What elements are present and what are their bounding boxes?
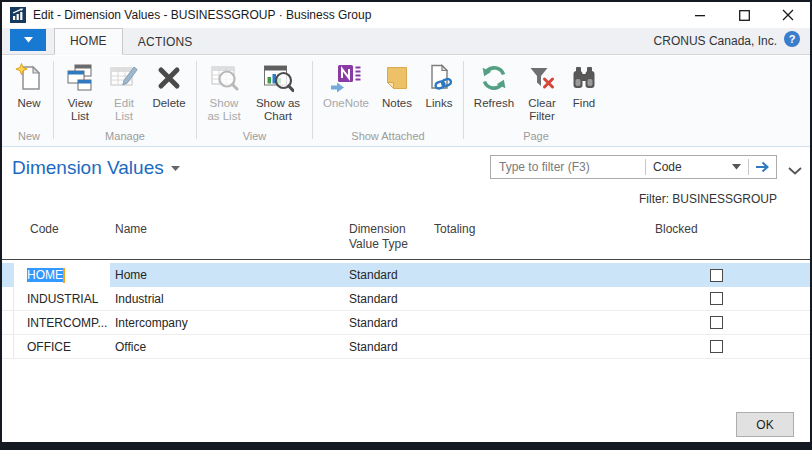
find-icon xyxy=(568,62,600,94)
edit-list-icon xyxy=(108,62,140,94)
minimize-button[interactable] xyxy=(678,2,722,28)
nav-app-icon xyxy=(10,7,26,23)
apply-filter-button[interactable] xyxy=(749,156,776,178)
page-title[interactable]: Dimension Values xyxy=(12,157,180,179)
blocked-checkbox[interactable] xyxy=(710,316,723,329)
table-header-row: Code Name Dimension Value Type Totaling … xyxy=(2,215,810,252)
row-selector-gutter[interactable] xyxy=(2,263,14,287)
close-button[interactable] xyxy=(766,2,810,28)
blocked-checkbox[interactable] xyxy=(710,292,723,305)
group-caption-show-attached: Show Attached xyxy=(318,129,458,146)
blocked-checkbox[interactable] xyxy=(710,340,723,353)
text-caret xyxy=(63,268,65,283)
ribbon-tab-strip: HOME ACTIONS CRONUS Canada, Inc. ? xyxy=(2,28,810,55)
row-selector-gutter[interactable] xyxy=(2,311,14,334)
show-as-list-icon xyxy=(208,62,240,94)
window-controls xyxy=(678,2,810,28)
show-as-chart-button[interactable]: Show as Chart xyxy=(249,59,307,123)
table-row[interactable]: OFFICE Office Standard xyxy=(2,335,810,359)
group-caption-view: View xyxy=(202,129,307,146)
ribbon-group-new: New New xyxy=(5,56,53,146)
group-caption-new: New xyxy=(10,129,48,146)
tab-home[interactable]: HOME xyxy=(54,28,123,55)
onenote-button[interactable]: OneNote xyxy=(318,59,374,110)
page-title-caret-icon xyxy=(171,165,180,172)
maximize-button[interactable] xyxy=(722,2,766,28)
view-list-icon xyxy=(64,62,96,94)
applied-filter-label: Filter: BUSINESSGROUP xyxy=(639,192,777,206)
column-header-name[interactable]: Name xyxy=(110,222,345,252)
refresh-button[interactable]: Refresh xyxy=(469,59,519,110)
delete-button[interactable]: Delete xyxy=(147,59,191,110)
code-cell-editing[interactable]: HOME xyxy=(14,263,110,287)
row-selector-gutter[interactable] xyxy=(2,287,14,310)
onenote-icon xyxy=(330,62,362,94)
close-icon xyxy=(782,9,794,21)
header-divider xyxy=(2,259,810,260)
collapse-header-button[interactable] xyxy=(788,161,802,179)
row-selector-gutter xyxy=(2,222,14,252)
notes-icon xyxy=(381,62,413,94)
filter-input[interactable] xyxy=(491,160,645,174)
links-icon xyxy=(423,62,455,94)
links-button[interactable]: Links xyxy=(420,59,458,110)
table-row[interactable]: INTERCOMP... Intercompany Standard xyxy=(2,311,810,335)
filter-box: Code xyxy=(490,155,777,179)
ribbon-group-view: Show as List Show as Chart xyxy=(197,56,312,146)
app-window: Edit - Dimension Values - BUSINESSGROUP … xyxy=(0,0,812,450)
page-header: Dimension Values Code Filter: BUSINESSGR… xyxy=(2,148,810,215)
ribbon-group-page: Refresh Clear Filter xyxy=(464,56,608,146)
help-icon[interactable]: ? xyxy=(784,31,800,51)
column-header-totaling[interactable]: Totaling xyxy=(430,222,650,252)
clear-filter-button[interactable]: Clear Filter xyxy=(522,59,562,123)
ribbon-group-show-attached: OneNote Notes xyxy=(313,56,463,146)
new-button[interactable]: New xyxy=(10,59,48,110)
app-menu-icon xyxy=(24,37,33,43)
notes-button[interactable]: Notes xyxy=(377,59,417,110)
new-document-icon xyxy=(13,62,45,94)
grid-area: Code Name Dimension Value Type Totaling … xyxy=(2,215,810,442)
clear-filter-icon xyxy=(526,62,558,94)
view-list-button[interactable]: View List xyxy=(59,59,101,123)
company-name: CRONUS Canada, Inc. xyxy=(654,34,777,48)
column-header-code[interactable]: Code xyxy=(14,222,110,252)
go-arrow-icon xyxy=(755,161,770,173)
table-row[interactable]: HOME Home Standard xyxy=(2,263,810,287)
table-row[interactable]: INDUSTRIAL Industrial Standard xyxy=(2,287,810,311)
ribbon: New New View List xyxy=(2,56,810,147)
maximize-icon xyxy=(739,10,750,21)
edit-list-button[interactable]: Edit List xyxy=(104,59,144,123)
column-header-blocked[interactable]: Blocked xyxy=(650,222,810,252)
group-caption-page: Page xyxy=(469,129,603,146)
blocked-checkbox[interactable] xyxy=(710,269,723,282)
filter-column-dropdown[interactable]: Code xyxy=(646,160,748,174)
application-menu-button[interactable] xyxy=(10,29,46,51)
refresh-icon xyxy=(478,62,510,94)
ok-button[interactable]: OK xyxy=(736,412,794,437)
ribbon-group-manage: View List Edit List Delete xyxy=(54,56,196,146)
window-title: Edit - Dimension Values - BUSINESSGROUP … xyxy=(33,8,371,22)
svg-text:?: ? xyxy=(789,33,796,45)
show-as-chart-icon xyxy=(262,62,294,94)
delete-icon xyxy=(153,62,185,94)
column-header-dimension-value-type[interactable]: Dimension Value Type xyxy=(345,222,430,252)
minimize-icon xyxy=(695,14,706,17)
find-button[interactable]: Find xyxy=(565,59,603,110)
row-selector-gutter[interactable] xyxy=(2,335,14,358)
dropdown-caret-icon xyxy=(732,164,741,170)
tab-actions[interactable]: ACTIONS xyxy=(123,30,208,55)
show-as-list-button[interactable]: Show as List xyxy=(202,59,246,123)
group-caption-manage: Manage xyxy=(59,129,191,146)
title-bar: Edit - Dimension Values - BUSINESSGROUP … xyxy=(2,2,810,28)
collapse-chevron-icon xyxy=(788,167,802,175)
